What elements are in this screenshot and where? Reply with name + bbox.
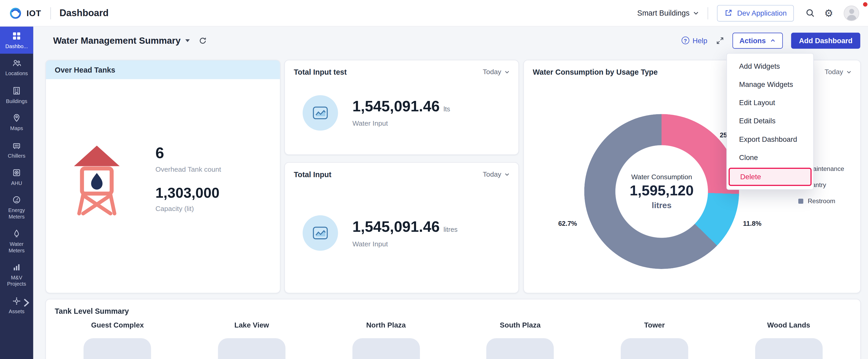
water-input-label: Water Input [352,120,450,127]
user-avatar[interactable] [843,5,859,21]
help-button[interactable]: ? Help [682,36,707,44]
sidebar-item-locations[interactable]: Locations [0,54,33,81]
search-button[interactable] [800,4,819,22]
card-title: Over Head Tanks [55,65,116,74]
tank-cylinder [84,338,151,359]
sidebar-item-dashboards[interactable]: Dashbo... [0,27,33,54]
segment-percent-label: 62.7% [558,220,577,228]
period-label: Today [483,68,501,76]
actions-button[interactable]: Actions [732,32,783,49]
menu-item-clone[interactable]: Clone [727,148,813,167]
tank-name: Tower [644,321,665,329]
water-input-metric-icon [303,95,338,130]
sidebar-item-label: Water Meters [2,241,31,253]
legend-label: Restroom [808,198,835,205]
overhead-tanks-card-header: Over Head Tanks [46,60,280,79]
sidebar-item-label: Assets [8,308,25,314]
add-dashboard-label: Add Dashboard [799,36,852,44]
water-input-value: 1,545,091.46 [352,218,439,235]
dashboard-title: Water Management Summary [53,35,181,46]
chiller-icon [12,141,21,150]
period-selector[interactable]: Today [483,68,510,76]
menu-item-export-dashboard[interactable]: Export Dashboard [727,130,813,148]
sidebar-item-label: Maps [10,125,23,131]
org-selector[interactable]: Smart Buildings [637,9,699,17]
divider [50,7,51,19]
sidebar-item-buildings[interactable]: Buildings [0,81,33,109]
dev-application-label: Dev Application [737,9,787,17]
dashboard-selector-caret-icon[interactable] [186,39,190,42]
sidebar-item-ahu[interactable]: AHU [0,163,33,191]
capacity-value: 1,303,000 [155,184,221,201]
sidebar-item-chillers[interactable]: Chillers [0,136,33,163]
buildings-icon [12,86,21,95]
topbar: IOT Dashboard Smart Buildings Dev Applic… [0,0,868,27]
sidebar-item-maps[interactable]: Maps [0,109,33,136]
card-title: Water Consumption by Usage Type [533,68,658,77]
tank-column: Lake View [185,321,319,359]
chevron-down-icon [504,173,509,176]
sidebar-item-energy-meters[interactable]: Energy Meters [0,191,33,224]
legend-item-restroom[interactable]: Restroom [798,198,844,205]
menu-item-edit-details[interactable]: Edit Details [727,112,813,130]
iot-logo-icon [9,6,22,20]
app-title: Dashboard [60,7,109,19]
sidebar-item-water-meters[interactable]: Water Meters [0,224,33,258]
menu-item-add-widgets[interactable]: Add Widgets [727,57,813,75]
water-meter-icon [12,229,21,238]
notification-dot [863,2,867,7]
dev-application-button[interactable]: Dev Application [717,5,794,21]
tank-column: Guest Complex [51,321,185,359]
tank-name: Lake View [234,321,269,329]
tank-column: Tower [587,321,722,359]
fullscreen-button[interactable] [716,36,724,44]
legend-swatch [798,199,803,204]
tank-count-label: Overhead Tank count [155,166,221,173]
water-input-unit: lts [444,105,451,113]
chevron-right-icon[interactable] [22,298,31,307]
total-input-test-card: Total Input test Today 1,545,091.46 [284,60,519,155]
sidebar-item-label: M&V Projects [2,274,31,287]
tank-name: Wood Lands [767,321,810,329]
card-title: Total Input [294,170,332,179]
period-selector[interactable]: Today [825,68,851,76]
tank-name: North Plaza [366,321,406,329]
locations-icon [12,59,21,68]
ahu-icon [12,168,21,177]
tank-name: South Plaza [500,321,540,329]
chevron-down-icon [693,11,699,15]
tank-cylinder [621,338,688,359]
iot-dashboard-app: IOT Dashboard Smart Buildings Dev Applic… [0,0,868,359]
dev-application-icon [724,9,733,17]
card-title: Tank Level Summary [55,307,129,316]
sidebar-item-label: Energy Meters [2,207,31,219]
settings-button[interactable]: ⚙ [819,4,838,22]
help-icon: ? [682,36,689,44]
sidebar-item-assets[interactable]: Assets [0,292,33,319]
overhead-tanks-card: Over Head Tanks 6 Overhead Tank count 1,… [45,60,280,294]
divider [708,7,708,19]
total-input-card: Total Input Today 1,545,091.46 [284,162,519,293]
donut-ring [584,114,739,269]
menu-item-manage-widgets[interactable]: Manage Widgets [727,75,813,93]
expand-icon [716,36,724,44]
chevron-up-icon [770,38,776,42]
period-selector[interactable]: Today [483,170,510,178]
period-label: Today [483,170,501,178]
menu-item-delete[interactable]: Delete [728,168,812,186]
tank-name: Guest Complex [91,321,144,329]
refresh-button[interactable] [199,36,207,44]
search-icon [805,8,815,18]
sidebar-item-mv-projects[interactable]: M&V Projects [0,258,33,291]
tank-column: North Plaza [319,321,453,359]
main-content: Water Management Summary ? Help [33,27,868,359]
projects-chart-icon [12,263,21,272]
sidebar-item-label: Buildings [6,98,27,104]
chevron-down-icon [846,70,851,74]
org-selector-label: Smart Buildings [637,9,690,17]
segment-percent-label: 11.8% [743,220,762,228]
menu-item-edit-layout[interactable]: Edit Layout [727,94,813,112]
refresh-icon [199,36,207,44]
add-dashboard-button[interactable]: Add Dashboard [791,32,861,49]
tank-column: Wood Lands [722,321,856,359]
